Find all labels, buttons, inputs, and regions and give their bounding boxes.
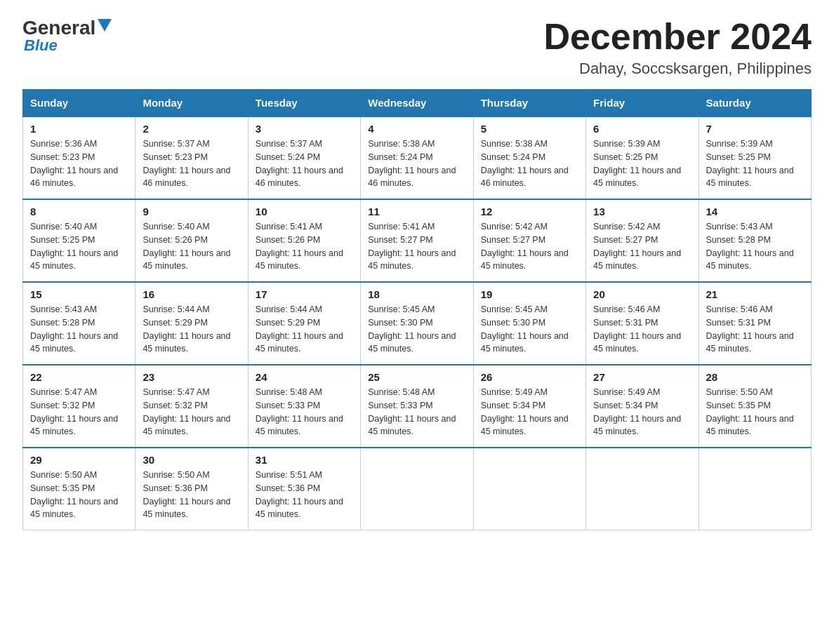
calendar-cell: 31Sunrise: 5:51 AMSunset: 5:36 PMDayligh… — [248, 448, 360, 530]
day-info: Sunrise: 5:48 AMSunset: 5:33 PMDaylight:… — [368, 387, 456, 436]
day-number: 3 — [256, 123, 353, 135]
week-row-1: 1Sunrise: 5:36 AMSunset: 5:23 PMDaylight… — [23, 116, 812, 199]
day-info: Sunrise: 5:44 AMSunset: 5:29 PMDaylight:… — [256, 304, 343, 354]
calendar-cell: 15Sunrise: 5:43 AMSunset: 5:28 PMDayligh… — [23, 282, 135, 365]
day-number: 28 — [706, 371, 804, 383]
calendar-cell: 25Sunrise: 5:48 AMSunset: 5:33 PMDayligh… — [361, 365, 473, 448]
header-wednesday: Wednesday — [361, 90, 473, 117]
calendar-cell: 24Sunrise: 5:48 AMSunset: 5:33 PMDayligh… — [248, 365, 360, 448]
calendar-cell: 14Sunrise: 5:43 AMSunset: 5:28 PMDayligh… — [699, 199, 811, 282]
day-info: Sunrise: 5:46 AMSunset: 5:31 PMDaylight:… — [706, 304, 794, 354]
day-info: Sunrise: 5:39 AMSunset: 5:25 PMDaylight:… — [706, 139, 794, 188]
calendar-cell: 2Sunrise: 5:37 AMSunset: 5:23 PMDaylight… — [135, 116, 248, 199]
day-info: Sunrise: 5:43 AMSunset: 5:28 PMDaylight:… — [706, 222, 794, 271]
calendar-cell: 17Sunrise: 5:44 AMSunset: 5:29 PMDayligh… — [248, 282, 360, 365]
day-number: 13 — [593, 206, 691, 217]
day-info: Sunrise: 5:49 AMSunset: 5:34 PMDaylight:… — [481, 387, 569, 436]
calendar-cell: 10Sunrise: 5:41 AMSunset: 5:26 PMDayligh… — [248, 199, 360, 282]
day-number: 16 — [143, 288, 240, 300]
day-info: Sunrise: 5:50 AMSunset: 5:35 PMDaylight:… — [706, 387, 794, 436]
day-info: Sunrise: 5:45 AMSunset: 5:30 PMDaylight:… — [368, 304, 456, 354]
day-info: Sunrise: 5:49 AMSunset: 5:34 PMDaylight:… — [593, 387, 681, 436]
day-info: Sunrise: 5:38 AMSunset: 5:24 PMDaylight:… — [481, 139, 569, 188]
day-info: Sunrise: 5:50 AMSunset: 5:36 PMDaylight:… — [143, 470, 230, 519]
day-number: 14 — [706, 206, 804, 217]
day-number: 2 — [143, 123, 240, 135]
day-number: 12 — [481, 206, 578, 217]
day-number: 30 — [143, 454, 240, 466]
header-friday: Friday — [586, 90, 699, 117]
calendar-subtitle: Dahay, Soccsksargen, Philippines — [543, 60, 812, 78]
day-info: Sunrise: 5:44 AMSunset: 5:29 PMDaylight:… — [143, 304, 230, 354]
header-thursday: Thursday — [473, 90, 585, 117]
week-row-2: 8Sunrise: 5:40 AMSunset: 5:25 PMDaylight… — [23, 199, 812, 282]
day-info: Sunrise: 5:41 AMSunset: 5:27 PMDaylight:… — [368, 222, 456, 271]
day-number: 31 — [256, 454, 353, 466]
logo-triangle-icon — [98, 19, 112, 32]
calendar-cell: 26Sunrise: 5:49 AMSunset: 5:34 PMDayligh… — [473, 365, 585, 448]
calendar-cell: 6Sunrise: 5:39 AMSunset: 5:25 PMDaylight… — [586, 116, 699, 199]
day-number: 23 — [143, 371, 240, 383]
calendar-title: December 2024 — [543, 17, 812, 57]
day-number: 6 — [593, 123, 691, 135]
calendar-cell — [361, 448, 473, 530]
day-number: 1 — [30, 123, 128, 135]
day-number: 20 — [593, 288, 691, 300]
calendar-cell: 18Sunrise: 5:45 AMSunset: 5:30 PMDayligh… — [361, 282, 473, 365]
calendar-cell: 8Sunrise: 5:40 AMSunset: 5:25 PMDaylight… — [23, 199, 135, 282]
header-sunday: Sunday — [23, 90, 135, 117]
day-info: Sunrise: 5:42 AMSunset: 5:27 PMDaylight:… — [593, 222, 681, 271]
calendar-cell: 23Sunrise: 5:47 AMSunset: 5:32 PMDayligh… — [135, 365, 248, 448]
day-info: Sunrise: 5:42 AMSunset: 5:27 PMDaylight:… — [481, 222, 569, 271]
day-number: 5 — [481, 123, 578, 135]
day-number: 11 — [368, 206, 465, 217]
calendar-cell — [586, 448, 699, 530]
logo-area: General Blue — [22, 17, 113, 55]
day-info: Sunrise: 5:40 AMSunset: 5:25 PMDaylight:… — [30, 222, 118, 271]
calendar-cell — [699, 448, 811, 530]
day-info: Sunrise: 5:37 AMSunset: 5:23 PMDaylight:… — [143, 139, 230, 188]
day-number: 26 — [481, 371, 578, 383]
day-info: Sunrise: 5:39 AMSunset: 5:25 PMDaylight:… — [593, 139, 681, 188]
calendar-cell: 22Sunrise: 5:47 AMSunset: 5:32 PMDayligh… — [23, 365, 135, 448]
day-number: 18 — [368, 288, 465, 300]
calendar-table: SundayMondayTuesdayWednesdayThursdayFrid… — [22, 89, 812, 530]
day-info: Sunrise: 5:36 AMSunset: 5:23 PMDaylight:… — [30, 139, 118, 188]
day-number: 22 — [30, 371, 128, 383]
day-info: Sunrise: 5:40 AMSunset: 5:26 PMDaylight:… — [143, 222, 230, 271]
calendar-cell: 21Sunrise: 5:46 AMSunset: 5:31 PMDayligh… — [699, 282, 811, 365]
header-monday: Monday — [135, 90, 248, 117]
day-info: Sunrise: 5:48 AMSunset: 5:33 PMDaylight:… — [256, 387, 343, 436]
day-number: 9 — [143, 206, 240, 217]
calendar-cell: 4Sunrise: 5:38 AMSunset: 5:24 PMDaylight… — [361, 116, 473, 199]
calendar-cell: 20Sunrise: 5:46 AMSunset: 5:31 PMDayligh… — [586, 282, 699, 365]
calendar-cell: 1Sunrise: 5:36 AMSunset: 5:23 PMDaylight… — [23, 116, 135, 199]
week-row-5: 29Sunrise: 5:50 AMSunset: 5:35 PMDayligh… — [23, 448, 812, 530]
day-number: 8 — [30, 206, 128, 217]
day-number: 17 — [256, 288, 353, 300]
week-row-4: 22Sunrise: 5:47 AMSunset: 5:32 PMDayligh… — [23, 365, 812, 448]
page-header: General Blue December 2024 Dahay, Soccsk… — [22, 17, 812, 78]
calendar-cell — [473, 448, 585, 530]
calendar-cell: 28Sunrise: 5:50 AMSunset: 5:35 PMDayligh… — [699, 365, 811, 448]
calendar-cell: 11Sunrise: 5:41 AMSunset: 5:27 PMDayligh… — [361, 199, 473, 282]
calendar-cell: 29Sunrise: 5:50 AMSunset: 5:35 PMDayligh… — [23, 448, 135, 530]
day-info: Sunrise: 5:43 AMSunset: 5:28 PMDaylight:… — [30, 304, 118, 354]
day-number: 4 — [368, 123, 465, 135]
calendar-cell: 12Sunrise: 5:42 AMSunset: 5:27 PMDayligh… — [473, 199, 585, 282]
calendar-cell: 19Sunrise: 5:45 AMSunset: 5:30 PMDayligh… — [473, 282, 585, 365]
day-number: 27 — [593, 371, 691, 383]
logo-blue-text: Blue — [24, 36, 58, 55]
day-number: 21 — [706, 288, 804, 300]
calendar-cell: 9Sunrise: 5:40 AMSunset: 5:26 PMDaylight… — [135, 199, 248, 282]
calendar-cell: 27Sunrise: 5:49 AMSunset: 5:34 PMDayligh… — [586, 365, 699, 448]
day-number: 15 — [30, 288, 128, 300]
day-number: 10 — [256, 206, 353, 217]
day-number: 7 — [706, 123, 804, 135]
calendar-cell: 7Sunrise: 5:39 AMSunset: 5:25 PMDaylight… — [699, 116, 811, 199]
day-info: Sunrise: 5:37 AMSunset: 5:24 PMDaylight:… — [256, 139, 343, 188]
day-number: 19 — [481, 288, 578, 300]
header-saturday: Saturday — [699, 90, 811, 117]
day-info: Sunrise: 5:47 AMSunset: 5:32 PMDaylight:… — [143, 387, 230, 436]
day-number: 25 — [368, 371, 465, 383]
